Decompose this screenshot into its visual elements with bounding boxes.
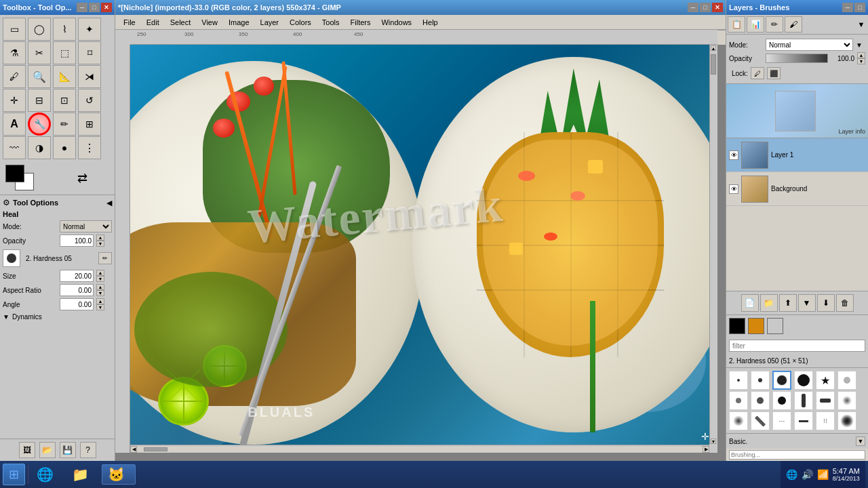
brush-large-circle[interactable] [794,371,813,390]
fuzzy-select-tool[interactable]: ✦ [78,18,101,41]
layer-group-btn[interactable]: 📁 [760,294,778,312]
horizontal-scrollbar[interactable]: ◀ ▶ [130,445,709,453]
toolbox-minimize[interactable]: ─ [77,3,87,12]
toolbox-close[interactable]: ✕ [101,3,112,12]
brushes-search-input[interactable] [729,450,865,460]
brush-edit[interactable]: ✏ [98,252,112,264]
text-tool[interactable]: A [3,113,26,136]
extra-tool[interactable]: ⋮ [78,136,101,159]
brush-10[interactable] [794,391,813,410]
brush-13[interactable] [729,411,748,430]
open-image-icon[interactable]: 📂 [39,442,56,458]
canvas-minimize[interactable]: ─ [688,3,698,12]
taskbar-ie[interactable]: 🌐 [31,464,65,485]
aspect-down[interactable]: ▼ [96,290,104,296]
scroll-thumb-h[interactable] [144,447,167,451]
delete-layer-btn[interactable]: 🗑 [836,294,854,312]
foreground-color[interactable] [5,165,24,182]
help-icon[interactable]: ? [80,442,96,458]
foreground-select-tool[interactable]: ⬚ [53,41,76,64]
new-image-icon[interactable]: 🖼 [19,442,35,458]
angle-down[interactable]: ▼ [96,304,104,310]
angle-input[interactable]: 0.00 [60,298,94,310]
menu-tools[interactable]: Tools [317,15,345,30]
size-down[interactable]: ▼ [96,276,104,282]
layer-opacity-up[interactable]: ▲ [857,52,865,58]
color-select-tool[interactable]: ⚗ [3,41,26,64]
measure-tool[interactable]: 📐 [53,65,76,88]
mode-select[interactable]: Normal [60,220,112,232]
brush-12[interactable] [837,391,856,410]
crop-tool[interactable]: ⊡ [53,89,76,112]
zoom-tool[interactable]: 🔍 [28,65,51,88]
swap-colors-icon[interactable]: ⇄ [77,171,87,186]
new-layer-btn[interactable]: 📄 [741,294,759,312]
menu-help[interactable]: Help [417,15,443,30]
brush-tiny-dot[interactable] [729,371,748,390]
brush-7[interactable] [729,391,748,410]
brush-filter-input[interactable] [729,340,865,352]
aspect-input[interactable]: 0.00 [60,284,94,296]
aspect-up[interactable]: ▲ [96,284,104,290]
scroll-right-btn[interactable]: ▶ [703,446,709,453]
lock-pixels-btn[interactable]: 🖊 [751,67,764,79]
scroll-left-btn[interactable]: ◀ [130,446,137,453]
paths-tab-icon[interactable]: ✏ [766,16,783,33]
menu-filters[interactable]: Filters [345,15,376,30]
brush-6[interactable] [837,371,856,390]
menu-view[interactable]: View [196,15,223,30]
channels-tab-icon[interactable]: 📊 [747,16,764,33]
tool-options-collapse[interactable]: ◀ [106,199,112,207]
brush-medium-hard[interactable] [772,371,791,390]
blur-sharpen-tool[interactable]: ● [53,136,76,159]
merge-down-btn[interactable]: ▼ [798,294,816,312]
start-button[interactable]: ⊞ [3,464,25,485]
brush-8[interactable] [751,391,770,410]
brush-14[interactable] [751,411,770,430]
layer-mode-chevron[interactable]: ▼ [856,39,865,51]
size-up[interactable]: ▲ [96,270,104,276]
layer-item-2[interactable]: 👁 Background [726,172,868,206]
smudge-tool[interactable]: 〰 [3,136,26,159]
menu-file[interactable]: File [118,15,141,30]
brush-fg-swatch[interactable] [729,318,745,334]
canvas-close[interactable]: ✕ [712,3,723,12]
brushes-tab-icon[interactable]: 🖌 [785,16,802,33]
menu-image[interactable]: Image [223,15,255,30]
layer-eye-1[interactable]: 👁 [729,150,738,160]
paths-tool[interactable]: ⌑ [78,41,101,64]
brush-small-dot[interactable] [751,371,770,390]
transform-tool[interactable]: ⧕ [78,65,101,88]
menu-edit[interactable]: Edit [141,15,165,30]
menu-layer[interactable]: Layer [255,15,285,30]
ellipse-select-tool[interactable]: ◯ [28,18,51,41]
brushes-category-dropdown[interactable]: ▼ [856,436,865,446]
menu-select[interactable]: Select [165,15,197,30]
lock-alpha-btn[interactable]: ⬛ [767,67,781,79]
layer-mode-select[interactable]: Normal [766,39,853,51]
layers-tab-icon[interactable]: 📋 [728,16,745,33]
heal-tool[interactable]: 🔧 [28,113,51,136]
scroll-up-btn[interactable]: ▲ [711,45,716,51]
layer-item-1[interactable]: 👁 Layer 1 [726,138,868,172]
right-panel-menu[interactable]: ▼ [856,16,867,33]
layer-opacity-slider[interactable] [766,54,828,63]
scissors-tool[interactable]: ✂ [28,41,51,64]
free-select-tool[interactable]: ⌇ [53,18,76,41]
layers-maximize[interactable]: □ [854,3,865,12]
layers-minimize[interactable]: ─ [842,3,853,12]
align-tool[interactable]: ⊟ [28,89,51,112]
brush-orange-swatch[interactable] [748,318,764,334]
canvas-drawing-area[interactable]: Watermark BLUALS ▲ ▼ ◀ [130,45,717,453]
brush-11[interactable] [816,391,835,410]
rect-select-tool[interactable]: ▭ [3,18,26,41]
opacity-input[interactable]: 100.0 [60,235,94,247]
angle-up[interactable]: ▲ [96,298,104,304]
brush-18[interactable] [837,411,856,430]
brush-16[interactable] [794,411,813,430]
size-input[interactable]: 20.00 [60,270,94,282]
taskbar-explorer[interactable]: 📁 [66,464,100,485]
paint-tool[interactable]: ✏ [53,113,76,136]
save-image-icon[interactable]: 💾 [60,442,76,458]
layer-eye-2[interactable]: 👁 [729,184,738,194]
